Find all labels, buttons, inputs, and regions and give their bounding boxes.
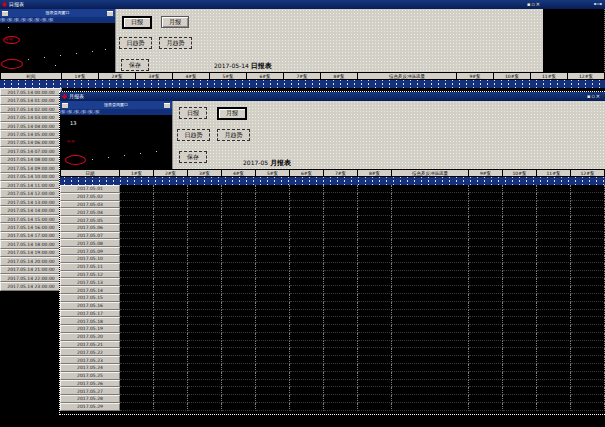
w2-grid-cell <box>571 387 605 395</box>
w2-grid-cell <box>571 310 605 318</box>
decor-dot <box>108 157 109 158</box>
w2-grid-cell <box>256 239 290 247</box>
w2-grid-cell <box>120 317 154 325</box>
daily-report-date: 2017-05-14 <box>214 62 249 69</box>
w2-grid-cell <box>324 302 358 310</box>
window-icon <box>62 103 68 108</box>
daily-window-content: 报表查询窗口 (蚁:(蚁,(蚁,(蚁:(蚁,(蚁:(蚁,(蚁 ≈≈ 日报 月报 <box>0 9 605 72</box>
w2-row-label: 2017.05.22 <box>60 348 120 356</box>
w2-grid-cell <box>537 356 571 364</box>
w2-row-label: 2017.05.08 <box>60 239 120 247</box>
w2-grid-cell <box>392 232 469 240</box>
save-button[interactable]: 保存 <box>121 59 149 71</box>
w2-grid-cell <box>188 224 222 232</box>
w2-grid-cell <box>290 185 324 193</box>
daily-trend-button[interactable]: 日趋势 <box>177 129 210 141</box>
w2-grid-cell <box>537 216 571 224</box>
w2-grid-cell <box>154 271 188 279</box>
w2-grid-cell <box>188 216 222 224</box>
w2-grid-cell <box>537 310 571 318</box>
w2-grid-cell <box>120 255 154 263</box>
w1-col-header: 8#泵 <box>321 72 358 80</box>
w2-grid-cell <box>571 348 605 356</box>
w1-date-col: 2017.05.14 00:00:002017.05.14 01:00:0020… <box>0 88 62 291</box>
w2-grid-cell <box>358 333 392 341</box>
w2-grid-cell <box>188 333 222 341</box>
w2-grid-cell <box>503 193 537 201</box>
monthly-trend-button[interactable]: 月趋势 <box>159 37 192 49</box>
daily-inner-titlebar[interactable]: 报表查询窗口 <box>0 9 115 17</box>
w2-grid-cell <box>537 348 571 356</box>
w2-grid-cell <box>154 403 188 411</box>
w2-grid-cell <box>256 356 290 364</box>
daily-window-title: 日报表 <box>9 2 24 7</box>
w2-grid-cell <box>188 380 222 388</box>
w1-col-header: 11#泵 <box>531 72 568 80</box>
w2-grid-cell <box>469 348 503 356</box>
scada-report-screen: 日报表 ▪▫✕ ▪▫▪ 报表查询窗口 (蚁:(蚁,(蚁,(蚁:(蚁,(蚁:(蚁,… <box>0 0 605 427</box>
w2-grid-cell <box>571 193 605 201</box>
w2-grid-cell <box>222 325 256 333</box>
w2-row-label: 2017.05.09 <box>60 247 120 255</box>
save-button[interactable]: 保存 <box>179 151 207 163</box>
w2-grid-cell <box>358 286 392 294</box>
w2-col-header: 6#泵 <box>290 169 324 177</box>
w2-grid-cell <box>469 263 503 271</box>
monthly-glyph-strip: (蚁:(蚁,(蚁,(蚁:(蚁,(蚁 <box>60 109 172 115</box>
w1-col-header: 综合及反冲洗流量 <box>358 72 457 80</box>
w2-grid-cell <box>469 239 503 247</box>
daily-trend-button[interactable]: 日趋势 <box>119 37 152 49</box>
w2-col-header: 5#泵 <box>256 169 290 177</box>
screen-corner-controls[interactable]: ▪▫▪ <box>594 2 602 6</box>
w2-grid-cell <box>120 193 154 201</box>
w2-grid-cell <box>469 372 503 380</box>
w2-grid-cell <box>537 193 571 201</box>
w2-grid-cell <box>503 341 537 349</box>
w2-grid-cell <box>358 185 392 193</box>
w2-grid-cell <box>503 278 537 286</box>
decor-dot <box>92 51 93 52</box>
monthly-inner-titlebar[interactable]: 报表查询窗口 <box>60 101 172 109</box>
w2-grid-cell <box>290 201 324 209</box>
w1-row-label: 2017.05.14 21:00:00 <box>0 266 62 274</box>
daily-window-controls[interactable]: ▪▫✕ <box>527 2 541 7</box>
w2-grid-cell <box>154 255 188 263</box>
w2-grid-cell <box>120 302 154 310</box>
w1-row-label: 2017.05.14 17:00:00 <box>0 232 62 240</box>
w2-grid-cell <box>290 403 324 411</box>
w2-grid-cell <box>222 380 256 388</box>
daily-report-button[interactable]: 日报 <box>122 16 152 29</box>
monthly-window-controls[interactable]: ▪▫✕ <box>587 94 601 99</box>
w2-row-label: 2017.05.19 <box>60 325 120 333</box>
monthly-trend-button[interactable]: 月趋势 <box>217 129 250 141</box>
w1-date-header: 时间 <box>0 72 62 80</box>
daily-report-label: 2017-05-14 日报表 <box>214 61 272 71</box>
w2-grid-cell <box>537 341 571 349</box>
w2-grid-cell <box>469 216 503 224</box>
daily-report-button[interactable]: 日报 <box>179 107 207 119</box>
w2-row-label: 2017.05.06 <box>60 224 120 232</box>
w2-row-label: 2017.05.20 <box>60 333 120 341</box>
w2-grid-cell <box>392 395 469 403</box>
w2-grid-cell <box>222 356 256 364</box>
monthly-window-title: 月报表 <box>69 94 84 99</box>
w2-grid-cell <box>120 294 154 302</box>
w2-grid-cell <box>154 216 188 224</box>
monthly-report-button[interactable]: 月报 <box>161 16 189 28</box>
w2-grid-cell <box>503 364 537 372</box>
daily-window-titlebar[interactable]: 日报表 ▪▫✕ ▪▫▪ <box>0 0 605 9</box>
monthly-window-titlebar[interactable]: 月报表 ▪▫✕ <box>60 92 605 101</box>
w1-col-header: 2#泵 <box>99 72 136 80</box>
w2-grid-cell <box>222 201 256 209</box>
w2-grid-cell <box>154 395 188 403</box>
w2-grid-cell <box>358 380 392 388</box>
w2-row-label: 2017.05.24 <box>60 364 120 372</box>
w2-grid-cell <box>571 333 605 341</box>
w2-col-header: 11#泵 <box>537 169 571 177</box>
w2-grid-cell <box>256 395 290 403</box>
w2-grid-cell <box>469 387 503 395</box>
w2-grid-cell <box>469 364 503 372</box>
monthly-report-button[interactable]: 月报 <box>217 107 247 120</box>
w2-grid-cell <box>188 263 222 271</box>
w2-col-header: 综合及反冲洗流量 <box>392 169 469 177</box>
